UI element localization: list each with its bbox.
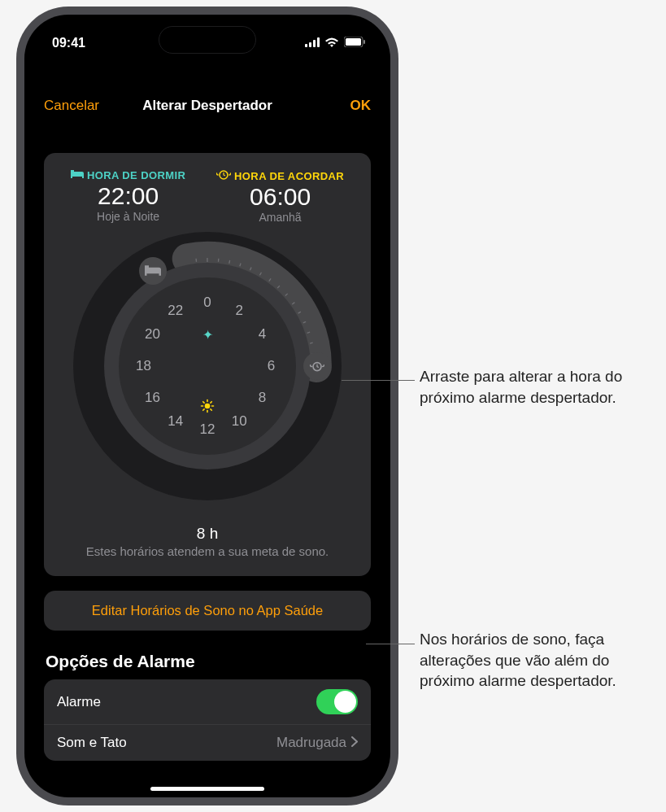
wakeup-time: 06:00 bbox=[216, 183, 344, 211]
svg-point-25 bbox=[205, 404, 211, 409]
svg-line-31 bbox=[211, 409, 211, 410]
callout-2: Nos horários de sono, faça alterações qu… bbox=[420, 629, 659, 692]
battery-icon bbox=[344, 36, 366, 50]
dial-hour: 20 bbox=[145, 326, 160, 343]
alarm-icon bbox=[216, 169, 231, 182]
sound-label: Som e Tato bbox=[57, 735, 127, 751]
bedtime-sub: Hoje à Noite bbox=[71, 210, 185, 223]
sleep-dial[interactable]: ✦ 0 2 4 6 8 10 12 14 16 18 bbox=[73, 232, 342, 500]
cellular-icon bbox=[305, 36, 320, 50]
svg-rect-2 bbox=[313, 40, 316, 47]
callout-line bbox=[366, 644, 415, 644]
sound-value: Madrugada bbox=[276, 735, 346, 751]
sun-icon bbox=[200, 399, 215, 417]
svg-line-30 bbox=[203, 402, 204, 403]
edit-schedule-button[interactable]: Editar Horários de Sono no App Saúde bbox=[44, 591, 371, 631]
svg-rect-1 bbox=[309, 42, 311, 47]
wakeup-label: HORA DE ACORDAR bbox=[234, 170, 344, 182]
bed-icon bbox=[71, 169, 84, 181]
status-time: 09:41 bbox=[52, 36, 85, 50]
duration-sub: Estes horários atendem a sua meta de son… bbox=[55, 544, 359, 558]
wakeup-block: HORA DE ACORDAR 06:00 Amanhã bbox=[216, 169, 344, 224]
svg-line-32 bbox=[203, 409, 204, 410]
callout-1: Arraste para alterar a hora do próximo a… bbox=[420, 366, 655, 408]
bedtime-label: HORA DE DORMIR bbox=[87, 169, 185, 181]
svg-rect-0 bbox=[305, 44, 307, 47]
dial-hour: 0 bbox=[203, 295, 211, 311]
svg-line-22 bbox=[310, 343, 313, 343]
sound-haptics-row[interactable]: Som e Tato Madrugada bbox=[44, 724, 371, 761]
cancel-button[interactable]: Cancelar bbox=[44, 98, 99, 114]
chevron-right-icon bbox=[351, 735, 358, 751]
dial-hour: 22 bbox=[168, 303, 183, 319]
dial-hour: 12 bbox=[200, 421, 215, 438]
svg-line-11 bbox=[229, 260, 230, 264]
duration-value: 8 h bbox=[55, 525, 359, 543]
status-bar: 09:41 bbox=[24, 15, 390, 57]
bedtime-block: HORA DE DORMIR 22:00 Hoje à Noite bbox=[71, 169, 185, 224]
dial-hour: 6 bbox=[268, 358, 275, 374]
dial-hour: 18 bbox=[136, 358, 151, 374]
dial-hour: 16 bbox=[145, 390, 160, 406]
wakeup-handle[interactable] bbox=[303, 352, 331, 380]
alarm-label: Alarme bbox=[57, 694, 101, 710]
svg-rect-5 bbox=[346, 38, 361, 46]
bedtime-time: 22:00 bbox=[71, 182, 185, 210]
wakeup-sub: Amanhã bbox=[216, 211, 344, 224]
callout-line bbox=[342, 380, 415, 381]
alarm-options-header: Opções de Alarme bbox=[44, 652, 371, 671]
wifi-icon bbox=[324, 36, 339, 50]
svg-line-33 bbox=[211, 402, 211, 403]
bedtime-handle[interactable] bbox=[139, 257, 167, 285]
dial-hour: 14 bbox=[168, 413, 183, 430]
alarm-options-list: Alarme Som e Tato Madrugada bbox=[44, 679, 371, 761]
home-indicator[interactable] bbox=[150, 787, 264, 791]
dial-hour: 10 bbox=[232, 413, 247, 430]
dial-hour: 2 bbox=[236, 303, 243, 319]
navigation-bar: Cancelar Alterar Despertador OK bbox=[24, 89, 390, 122]
dial-hour: 4 bbox=[259, 326, 266, 343]
dial-hour: 8 bbox=[259, 390, 266, 406]
stars-icon: ✦ bbox=[202, 327, 213, 343]
sleep-schedule-card: HORA DE DORMIR 22:00 Hoje à Noite HORA D… bbox=[44, 153, 371, 576]
alarm-toggle-row: Alarme bbox=[44, 679, 371, 724]
svg-rect-3 bbox=[317, 37, 320, 47]
page-title: Alterar Despertador bbox=[142, 98, 272, 114]
ok-button[interactable]: OK bbox=[350, 98, 372, 114]
svg-rect-6 bbox=[363, 40, 365, 44]
alarm-toggle[interactable] bbox=[316, 689, 358, 714]
